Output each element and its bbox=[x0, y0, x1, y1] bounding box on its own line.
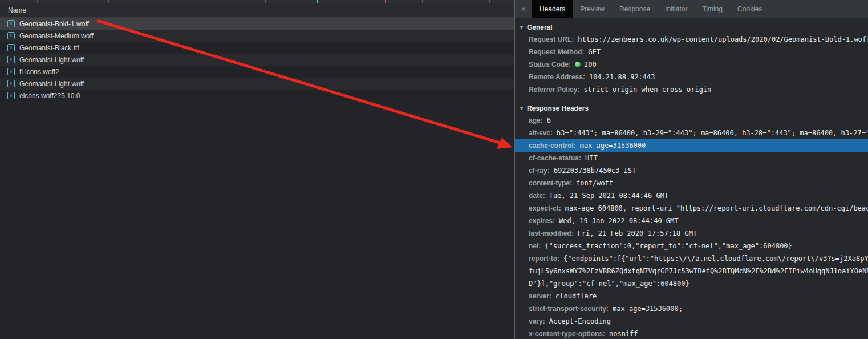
header-field-status-code: Status Code:200 bbox=[515, 58, 868, 71]
table-row-fl-icons[interactable]: T fl-icons.woff2 bbox=[0, 66, 514, 78]
header-field-x-content-type-options: x-content-type-options:nosniff bbox=[515, 328, 868, 339]
header-field-alt-svc: alt-svc:h3=":443"; ma=86400, h3-29=":443… bbox=[515, 127, 868, 139]
chevron-down-icon: ▼ bbox=[519, 106, 524, 111]
header-field-report-to-wrap-1: fujL5y6nxsWY7%2FzVRR6ZQdxtqN7VqrGP7Jc53w… bbox=[515, 265, 868, 277]
header-field-report-to-wrap-2: D"}],"group":"cf-nel","max_age":604800} bbox=[515, 277, 868, 290]
header-field-request-method: Request Method:GET bbox=[515, 46, 868, 58]
table-row-geomanist-medium[interactable]: T Geomanist-Medium.woff bbox=[0, 30, 514, 42]
font-file-icon: T bbox=[7, 56, 15, 63]
table-row-geomanist-light-1[interactable]: T Geomanist-Light.woff bbox=[0, 54, 514, 66]
section-separator bbox=[515, 98, 868, 98]
header-field-report-to: report-to:{"endpoints":[{"url":"https:\/… bbox=[515, 252, 868, 265]
request-name: Geomanist-Bold-1.woff bbox=[19, 20, 89, 28]
tab-response[interactable]: Response bbox=[612, 0, 658, 18]
header-field-referrer-policy: Referrer Policy:strict-origin-when-cross… bbox=[515, 83, 868, 96]
header-field-cf-ray: cf-ray:692203738b7450c3-IST bbox=[515, 164, 868, 177]
name-column-header[interactable]: Name bbox=[0, 3, 514, 18]
header-field-date: date:Tue, 21 Sep 2021 08:44:46 GMT bbox=[515, 189, 868, 202]
general-section-header[interactable]: ▼ General bbox=[515, 22, 868, 33]
header-field-remote-address: Remote Address:104.21.88.92:443 bbox=[515, 71, 868, 83]
request-name: Geomanist-Medium.woff bbox=[19, 32, 94, 40]
section-title: General bbox=[527, 23, 553, 31]
request-name: Geomanist-Light.woff bbox=[19, 80, 84, 88]
table-row-geomanist-black[interactable]: T Geomanist-Black.ttf bbox=[0, 42, 514, 54]
request-name: eicons.woff2?5.10.0 bbox=[19, 92, 80, 100]
chevron-down-icon: ▼ bbox=[519, 25, 524, 30]
table-row-geomanist-light-2[interactable]: T Geomanist-Light.woff bbox=[0, 78, 514, 90]
request-name: Geomanist-Black.ttf bbox=[19, 44, 79, 52]
timeline-tick bbox=[108, 0, 109, 3]
font-file-icon: T bbox=[7, 32, 15, 39]
timeline-tick-cyan bbox=[317, 0, 318, 3]
font-file-icon: T bbox=[7, 44, 15, 51]
tab-headers[interactable]: Headers bbox=[532, 0, 573, 18]
request-name: fl-icons.woff2 bbox=[19, 68, 59, 76]
header-field-strict-transport-security: strict-transport-security:max-age=315360… bbox=[515, 302, 868, 315]
header-field-expires: expires:Wed, 19 Jan 2022 08:44:40 GMT bbox=[515, 215, 868, 227]
header-field-age: age:6 bbox=[515, 114, 868, 127]
request-rows: T Geomanist-Bold-1.woff T Geomanist-Medi… bbox=[0, 18, 514, 102]
timeline-tick bbox=[265, 0, 266, 3]
header-field-cf-cache-status: cf-cache-status:HIT bbox=[515, 152, 868, 164]
timeline-tick bbox=[489, 0, 490, 3]
timeline-tick bbox=[197, 0, 197, 3]
table-row-geomanist-bold[interactable]: T Geomanist-Bold-1.woff bbox=[0, 18, 514, 30]
header-field-expect-ct: expect-ct:max-age=604800, report-uri="ht… bbox=[515, 202, 868, 215]
tab-cookies[interactable]: Cookies bbox=[730, 0, 769, 18]
request-details-panel: × Headers Preview Response Initiator Tim… bbox=[515, 0, 868, 339]
tab-initiator[interactable]: Initiator bbox=[658, 0, 695, 18]
request-name: Geomanist-Light.woff bbox=[19, 56, 84, 64]
devtools-network-panel: Name T Geomanist-Bold-1.woff T Geomanist… bbox=[0, 0, 868, 339]
timeline-tick bbox=[422, 0, 423, 3]
font-file-icon: T bbox=[7, 20, 15, 27]
response-headers-section-header[interactable]: ▼ Response Headers bbox=[515, 103, 868, 114]
font-file-icon: T bbox=[7, 68, 15, 75]
general-section: ▼ General Request URL:https://zenbears.c… bbox=[515, 22, 868, 96]
header-field-nel: nel:{"success_fraction":0,"report_to":"c… bbox=[515, 240, 868, 252]
close-icon[interactable]: × bbox=[515, 0, 532, 18]
header-field-request-url: Request URL:https://zenbears.co.uk/wp-co… bbox=[515, 33, 868, 46]
tab-timing[interactable]: Timing bbox=[695, 0, 730, 18]
header-field-last-modified: last-modified:Fri, 21 Feb 2020 17:57:18 … bbox=[515, 227, 868, 240]
tab-preview[interactable]: Preview bbox=[573, 0, 612, 18]
table-row-eicons[interactable]: T eicons.woff2?5.10.0 bbox=[0, 90, 514, 102]
network-request-list: Name T Geomanist-Bold-1.woff T Geomanist… bbox=[0, 0, 514, 339]
header-field-cache-control-highlighted[interactable]: cache-control:max-age=31536000 bbox=[515, 139, 868, 152]
response-headers-section: ▼ Response Headers age:6 alt-svc:h3=":44… bbox=[515, 103, 868, 339]
font-file-icon: T bbox=[7, 92, 15, 99]
header-field-content-type: content-type:font/woff bbox=[515, 177, 868, 189]
timeline-tick bbox=[37, 0, 38, 3]
header-field-server: server:cloudflare bbox=[515, 290, 868, 302]
timeline-tick-red bbox=[385, 0, 386, 3]
details-tab-bar: × Headers Preview Response Initiator Tim… bbox=[515, 0, 868, 18]
font-file-icon: T bbox=[7, 80, 15, 87]
status-ok-dot bbox=[575, 62, 581, 67]
header-field-vary: vary:Accept-Encoding bbox=[515, 315, 868, 328]
section-title: Response Headers bbox=[527, 104, 589, 112]
